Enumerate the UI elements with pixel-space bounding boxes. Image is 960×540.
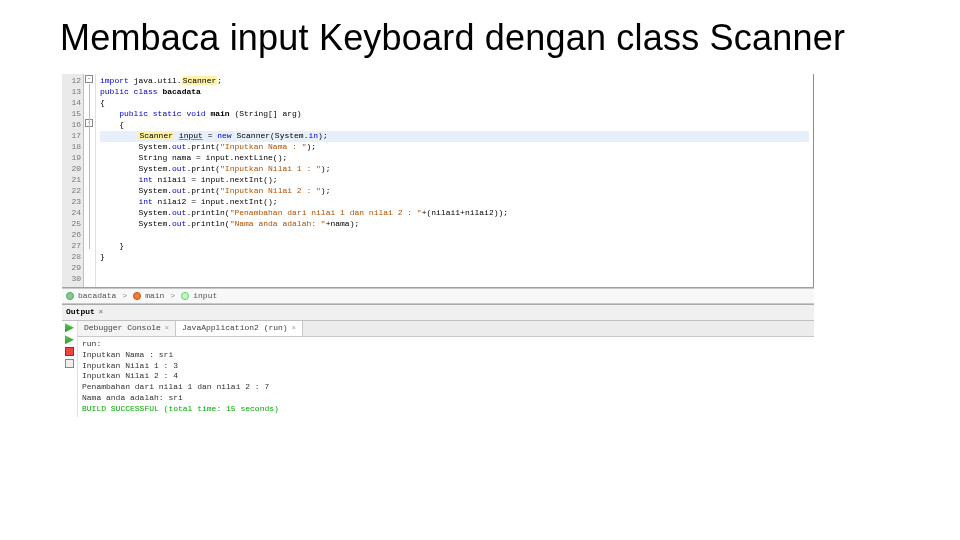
line-number: 26 <box>62 230 81 241</box>
variable-icon <box>181 292 189 300</box>
fold-column: - - <box>84 74 96 287</box>
slide-title: Membaca input Keyboard dengan class Scan… <box>0 0 960 66</box>
method-icon <box>133 292 141 300</box>
code-line[interactable]: { <box>100 98 809 109</box>
breadcrumb-bar: bacadata main input <box>62 288 814 305</box>
stop-icon[interactable] <box>65 347 74 356</box>
line-number: 15 <box>62 109 81 120</box>
console-line: Inputkan Nilai 1 : 3 <box>82 361 810 372</box>
code-line[interactable]: System.out.print("Inputkan Nilai 1 : "); <box>100 164 809 175</box>
line-number: 19 <box>62 153 81 164</box>
code-line[interactable] <box>100 230 809 241</box>
code-line[interactable]: } <box>100 252 809 263</box>
output-toolbar <box>62 321 78 416</box>
console-line: BUILD SUCCESSFUL (total time: 15 seconds… <box>82 404 810 415</box>
code-line[interactable]: System.out.print("Inputkan Nama : "); <box>100 142 809 153</box>
line-number: 20 <box>62 164 81 175</box>
code-line[interactable] <box>100 274 809 285</box>
output-title-label: Output <box>66 307 95 318</box>
code-line[interactable]: int nilai2 = input.nextInt(); <box>100 197 809 208</box>
code-line[interactable] <box>100 263 809 274</box>
rerun-icon[interactable] <box>65 335 74 344</box>
output-tab-label: JavaApplication2 (run) <box>182 323 288 334</box>
output-tabs: Debugger Console×JavaApplication2 (run)× <box>78 321 814 337</box>
output-tab-label: Debugger Console <box>84 323 161 334</box>
output-panel-title: Output × <box>62 305 814 321</box>
chevron-right-icon <box>120 291 129 302</box>
class-icon <box>66 292 74 300</box>
breadcrumb-item[interactable]: bacadata <box>78 291 116 302</box>
code-line[interactable]: String nama = input.nextLine(); <box>100 153 809 164</box>
code-line[interactable]: public static void main (String[] arg) <box>100 109 809 120</box>
line-number: 28 <box>62 252 81 263</box>
console-line: Inputkan Nilai 2 : 4 <box>82 371 810 382</box>
close-icon[interactable]: × <box>165 324 169 333</box>
code-area: 12131415161718192021222324252627282930 -… <box>62 74 814 288</box>
line-number: 25 <box>62 219 81 230</box>
line-number: 27 <box>62 241 81 252</box>
line-number: 30 <box>62 274 81 285</box>
code-line[interactable]: { <box>100 120 809 131</box>
code-line[interactable]: System.out.print("Inputkan Nilai 2 : "); <box>100 186 809 197</box>
code-line[interactable]: import java.util.Scanner; <box>100 76 809 87</box>
line-number: 22 <box>62 186 81 197</box>
code-editor[interactable]: import java.util.Scanner;public class ba… <box>96 74 814 287</box>
line-number: 24 <box>62 208 81 219</box>
breadcrumb-item[interactable]: input <box>193 291 217 302</box>
output-tab[interactable]: Debugger Console× <box>78 321 176 336</box>
console-line: Nama anda adalah: sri <box>82 393 810 404</box>
line-number: 23 <box>62 197 81 208</box>
close-icon[interactable]: × <box>99 308 103 317</box>
fold-toggle-icon[interactable]: - <box>85 75 93 83</box>
save-output-icon[interactable] <box>65 359 74 368</box>
fold-line <box>89 84 90 249</box>
line-number: 21 <box>62 175 81 186</box>
line-number: 29 <box>62 263 81 274</box>
code-line[interactable]: public class bacadata <box>100 87 809 98</box>
console-line: Penambahan dari nilai 1 dan nilai 2 : 7 <box>82 382 810 393</box>
console-line: run: <box>82 339 810 350</box>
output-panel: Output × Debugger Console×JavaApplicatio… <box>62 304 814 416</box>
line-number: 17 <box>62 131 81 142</box>
output-console[interactable]: run:Inputkan Nama : sriInputkan Nilai 1 … <box>78 337 814 417</box>
line-number: 14 <box>62 98 81 109</box>
line-number: 18 <box>62 142 81 153</box>
code-line[interactable]: System.out.println("Nama anda adalah: "+… <box>100 219 809 230</box>
run-icon[interactable] <box>65 323 74 332</box>
close-icon[interactable]: × <box>292 324 296 333</box>
line-number-gutter: 12131415161718192021222324252627282930 <box>62 74 84 287</box>
ide-panel: 12131415161718192021222324252627282930 -… <box>62 74 814 417</box>
line-number: 16 <box>62 120 81 131</box>
breadcrumb-item[interactable]: main <box>145 291 164 302</box>
output-tab[interactable]: JavaApplication2 (run)× <box>176 321 303 336</box>
console-line: Inputkan Nama : sri <box>82 350 810 361</box>
code-line[interactable]: int nilai1 = input.nextInt(); <box>100 175 809 186</box>
chevron-right-icon <box>168 291 177 302</box>
code-line[interactable]: System.out.println("Penambahan dari nila… <box>100 208 809 219</box>
code-line[interactable]: } <box>100 241 809 252</box>
line-number: 12 <box>62 76 81 87</box>
line-number: 13 <box>62 87 81 98</box>
code-line[interactable]: Scanner input = new Scanner(System.in); <box>100 131 809 142</box>
